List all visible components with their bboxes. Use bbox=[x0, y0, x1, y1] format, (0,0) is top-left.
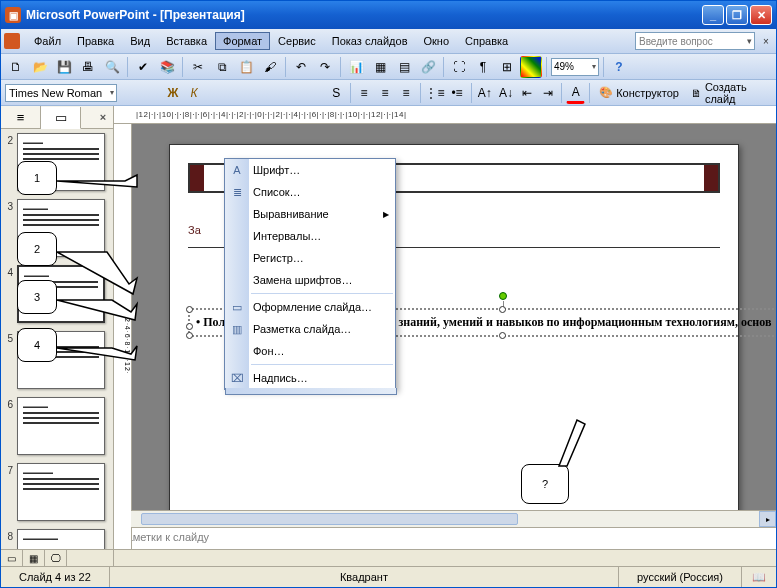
menu-slide-layout[interactable]: ▥Разметка слайда… bbox=[225, 318, 395, 340]
menu-font[interactable]: AШрифт… bbox=[225, 159, 395, 181]
status-language[interactable]: русский (Россия) bbox=[619, 567, 742, 587]
callout-4: 4 bbox=[17, 328, 57, 362]
resize-handle[interactable] bbox=[499, 332, 506, 339]
ask-question-box[interactable]: Введите вопрос bbox=[635, 32, 755, 50]
font-color-icon[interactable]: A bbox=[566, 82, 585, 104]
callout-question: ? bbox=[521, 464, 569, 504]
slide-thumbnail[interactable]: 7▬▬▬▬▬▬ bbox=[3, 463, 111, 521]
menu-alignment[interactable]: Выравнивание▶ bbox=[225, 203, 395, 225]
status-slide-number: Слайд 4 из 22 bbox=[1, 567, 110, 587]
cut-icon[interactable]: ✂ bbox=[187, 56, 209, 78]
open-icon[interactable]: 📂 bbox=[29, 56, 51, 78]
preview-icon[interactable]: 🔍 bbox=[101, 56, 123, 78]
menu-bar: Файл Правка Вид Вставка Формат Сервис По… bbox=[1, 29, 776, 54]
menu-help[interactable]: Справка bbox=[457, 32, 516, 50]
tables-borders-icon[interactable]: ▤ bbox=[393, 56, 415, 78]
close-button[interactable]: ✕ bbox=[750, 5, 772, 25]
save-icon[interactable]: 💾 bbox=[53, 56, 75, 78]
design-icon: ▭ bbox=[229, 301, 245, 314]
print-icon[interactable]: 🖶 bbox=[77, 56, 99, 78]
slide-thumbnail[interactable]: 8▬▬▬▬▬▬▬ bbox=[3, 529, 111, 549]
research-icon[interactable]: 📚 bbox=[156, 56, 178, 78]
horizontal-ruler[interactable]: |12|·|·|10|·|·|8|·|·|6|·|·|4|·|·|2|·|·|0… bbox=[114, 106, 776, 124]
app-icon: ▣ bbox=[5, 7, 21, 23]
menu-slide-design[interactable]: ▭Оформление слайда… bbox=[225, 296, 395, 318]
menu-file[interactable]: Файл bbox=[26, 32, 69, 50]
menu-separator bbox=[251, 293, 393, 294]
font-icon: A bbox=[229, 164, 245, 176]
menu-case[interactable]: Регистр… bbox=[225, 247, 395, 269]
color-icon[interactable] bbox=[520, 56, 542, 78]
submenu-arrow-icon: ▶ bbox=[383, 210, 389, 219]
resize-handle[interactable] bbox=[186, 323, 193, 330]
document-close-button[interactable]: × bbox=[759, 34, 773, 48]
paste-icon[interactable]: 📋 bbox=[235, 56, 257, 78]
horizontal-scrollbar[interactable]: ◂ ▸ bbox=[114, 510, 776, 527]
normal-view-icon[interactable]: ▭ bbox=[1, 550, 23, 566]
maximize-button[interactable]: ❐ bbox=[726, 5, 748, 25]
resize-handle[interactable] bbox=[186, 332, 193, 339]
copy-icon[interactable]: ⧉ bbox=[211, 56, 233, 78]
slide-thumbnail[interactable]: 6▬▬▬▬▬ bbox=[3, 397, 111, 455]
numbering-icon[interactable]: ⋮≡ bbox=[424, 82, 445, 104]
align-left-icon[interactable]: ≡ bbox=[355, 82, 374, 104]
menu-replace-fonts[interactable]: Замена шрифтов… bbox=[225, 269, 395, 291]
textbox-icon: ⌧ bbox=[229, 372, 245, 385]
rotate-handle[interactable] bbox=[499, 292, 507, 300]
menu-view[interactable]: Вид bbox=[122, 32, 158, 50]
thumb-close-button[interactable]: × bbox=[93, 106, 113, 128]
layout-icon: ▥ bbox=[229, 323, 245, 336]
bullets-icon[interactable]: •≡ bbox=[447, 82, 466, 104]
font-combo[interactable]: Times New Roman bbox=[5, 84, 117, 102]
menu-text-box[interactable]: ⌧Надпись… bbox=[225, 367, 395, 389]
designer-button[interactable]: 🎨Конструктор bbox=[594, 82, 684, 104]
scroll-thumb[interactable] bbox=[141, 513, 518, 525]
scroll-right-icon[interactable]: ▸ bbox=[759, 511, 776, 527]
help-icon[interactable]: ? bbox=[608, 56, 630, 78]
resize-handle[interactable] bbox=[186, 306, 193, 313]
outline-tab[interactable]: ≡ bbox=[1, 106, 41, 128]
callout-1: 1 bbox=[17, 161, 57, 195]
redo-icon[interactable]: ↷ bbox=[314, 56, 336, 78]
hyperlink-icon[interactable]: 🔗 bbox=[417, 56, 439, 78]
spell-status-icon[interactable]: 📖 bbox=[752, 571, 766, 584]
menu-format[interactable]: Формат bbox=[215, 32, 270, 50]
slide-editor: |12|·|·|10|·|·|8|·|·|6|·|·|4|·|·|2|·|·|0… bbox=[114, 106, 776, 549]
powerpoint-icon[interactable] bbox=[4, 33, 20, 49]
bold-icon[interactable]: Ж bbox=[163, 82, 182, 104]
format-painter-icon[interactable]: 🖌 bbox=[259, 56, 281, 78]
menu-insert[interactable]: Вставка bbox=[158, 32, 215, 50]
increase-font-icon[interactable]: A↑ bbox=[475, 82, 494, 104]
shadow-icon[interactable]: S bbox=[327, 82, 346, 104]
slideshow-view-icon[interactable]: 🖵 bbox=[45, 550, 67, 566]
decrease-indent-icon[interactable]: ⇤ bbox=[517, 82, 536, 104]
grid-icon[interactable]: ⊞ bbox=[496, 56, 518, 78]
menu-background[interactable]: Фон… bbox=[225, 340, 395, 362]
menu-list[interactable]: ≣Список… bbox=[225, 181, 395, 203]
menu-window[interactable]: Окно bbox=[416, 32, 458, 50]
decrease-font-icon[interactable]: A↓ bbox=[496, 82, 515, 104]
chart-icon[interactable]: 📊 bbox=[345, 56, 367, 78]
status-theme: Квадрант bbox=[110, 567, 619, 587]
italic-icon[interactable]: К bbox=[184, 82, 203, 104]
sorter-view-icon[interactable]: ▦ bbox=[23, 550, 45, 566]
spelling-icon[interactable]: ✔ bbox=[132, 56, 154, 78]
window-title: Microsoft PowerPoint - [Презентация] bbox=[26, 8, 702, 22]
menu-spacing[interactable]: Интервалы… bbox=[225, 225, 395, 247]
menu-tools[interactable]: Сервис bbox=[270, 32, 324, 50]
slides-tab[interactable]: ▭ bbox=[41, 107, 81, 129]
align-right-icon[interactable]: ≡ bbox=[397, 82, 416, 104]
new-icon[interactable]: 🗋 bbox=[5, 56, 27, 78]
new-slide-button[interactable]: 🗎Создать слайд bbox=[686, 82, 772, 104]
show-formatting-icon[interactable]: ¶ bbox=[472, 56, 494, 78]
notes-pane[interactable]: Заметки к слайду bbox=[114, 527, 776, 549]
minimize-button[interactable]: _ bbox=[702, 5, 724, 25]
menu-edit[interactable]: Правка bbox=[69, 32, 122, 50]
undo-icon[interactable]: ↶ bbox=[290, 56, 312, 78]
expand-icon[interactable]: ⛶ bbox=[448, 56, 470, 78]
increase-indent-icon[interactable]: ⇥ bbox=[538, 82, 557, 104]
table-icon[interactable]: ▦ bbox=[369, 56, 391, 78]
zoom-combo[interactable]: 49% bbox=[551, 58, 599, 76]
menu-slideshow[interactable]: Показ слайдов bbox=[324, 32, 416, 50]
align-center-icon[interactable]: ≡ bbox=[376, 82, 395, 104]
